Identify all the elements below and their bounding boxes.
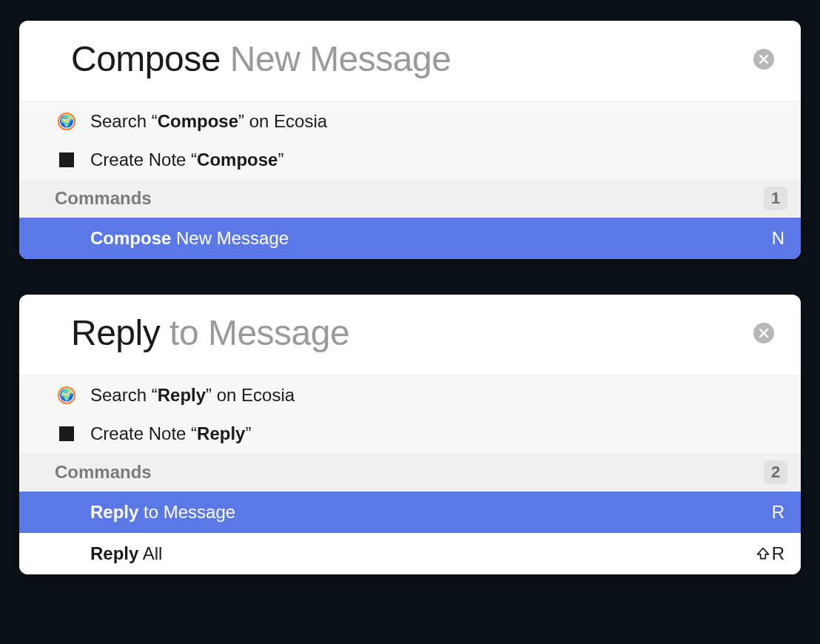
panel-title: Reply to Message — [71, 314, 349, 353]
section-label: Commands — [55, 188, 152, 209]
create-note-suggestion[interactable]: Create Note “Reply” — [19, 415, 801, 453]
section-label: Commands — [55, 462, 152, 483]
title-rest: to Message — [160, 313, 349, 352]
search-web-suggestion[interactable]: 🌍 Search “Reply” on Ecosia — [19, 376, 801, 415]
close-icon — [759, 55, 768, 64]
create-note-suggestion[interactable]: Create Note “Compose” — [19, 141, 801, 179]
close-icon — [759, 329, 768, 338]
globe-icon: 🌍 — [56, 385, 77, 406]
close-button[interactable] — [753, 323, 774, 343]
commands-count-badge: 1 — [764, 187, 787, 210]
search-web-suggestion[interactable]: 🌍 Search “Compose” on Ecosia — [19, 102, 801, 141]
suggestion-list: 🌍 Search “Compose” on Ecosia Create Note… — [19, 102, 801, 179]
suggestion-text: Create Note “Compose” — [90, 150, 787, 170]
note-icon — [56, 150, 77, 170]
suggestion-text: Search “Reply” on Ecosia — [90, 385, 787, 406]
command-palette-panel: Reply to Message 🌍 Search “Reply” on Eco… — [19, 295, 801, 574]
commands-section-header: Commands 2 — [19, 453, 801, 492]
command-shortcut: R — [756, 543, 784, 564]
title-bold: Reply — [71, 313, 160, 352]
command-shortcut: N — [772, 228, 784, 249]
suggestion-text: Create Note “Reply” — [90, 423, 787, 444]
panel-header: Compose New Message — [19, 21, 801, 102]
command-item-reply-all[interactable]: Reply All R — [19, 533, 801, 574]
suggestion-list: 🌍 Search “Reply” on Ecosia Create Note “… — [19, 376, 801, 453]
panel-title: Compose New Message — [71, 40, 451, 79]
command-shortcut: R — [772, 502, 784, 523]
command-item-reply[interactable]: Reply to Message R — [19, 492, 801, 533]
command-label: Reply All — [90, 543, 745, 564]
suggestion-text: Search “Compose” on Ecosia — [90, 111, 787, 132]
close-button[interactable] — [753, 49, 774, 70]
command-label: Compose New Message — [90, 228, 762, 249]
commands-count-badge: 2 — [764, 460, 787, 484]
globe-icon: 🌍 — [56, 111, 77, 132]
command-palette-panel: Compose New Message 🌍 Search “Compose” o… — [19, 21, 801, 259]
commands-section-header: Commands 1 — [19, 179, 801, 218]
shift-icon — [756, 546, 770, 561]
title-bold: Compose — [71, 39, 221, 78]
panel-header: Reply to Message — [19, 295, 801, 376]
command-label: Reply to Message — [90, 502, 762, 523]
note-icon — [56, 423, 77, 444]
title-rest: New Message — [221, 39, 451, 78]
command-item-compose[interactable]: Compose New Message N — [19, 218, 801, 259]
